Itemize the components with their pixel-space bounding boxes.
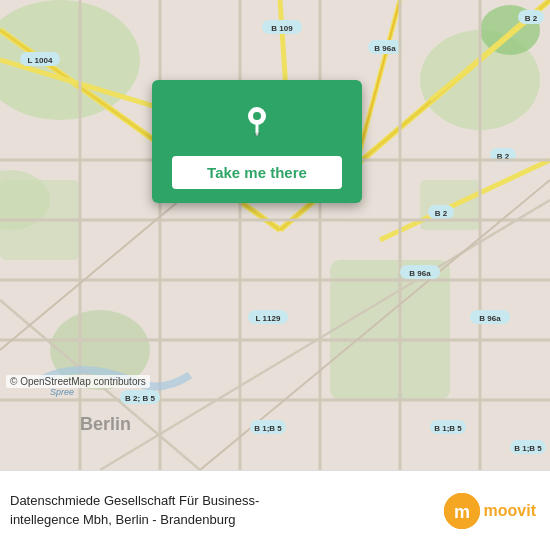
company-info: Datenschmiede Gesellschaft Für Business-…: [10, 492, 434, 528]
location-pin-icon: [235, 98, 279, 142]
map-svg: B 96a B 2 B 2 L 1004 B 109 B 2: [0, 0, 550, 470]
take-me-there-button[interactable]: Take me there: [172, 156, 342, 189]
svg-text:B 1;B 5: B 1;B 5: [514, 444, 542, 453]
location-card[interactable]: Take me there: [152, 80, 362, 203]
bottom-bar: Datenschmiede Gesellschaft Für Business-…: [0, 470, 550, 550]
svg-text:B 2: B 2: [435, 209, 448, 218]
svg-text:B 96a: B 96a: [479, 314, 501, 323]
svg-text:B 2: B 2: [525, 14, 538, 23]
svg-text:B 1;B 5: B 1;B 5: [254, 424, 282, 433]
svg-text:B 109: B 109: [271, 24, 293, 33]
map-container: B 96a B 2 B 2 L 1004 B 109 B 2: [0, 0, 550, 470]
svg-text:L 1129: L 1129: [256, 314, 281, 323]
svg-text:B 1;B 5: B 1;B 5: [434, 424, 462, 433]
svg-text:B 96a: B 96a: [374, 44, 396, 53]
svg-text:B 2; B 5: B 2; B 5: [125, 394, 155, 403]
company-name: Datenschmiede Gesellschaft Für Business-…: [10, 492, 434, 528]
svg-point-65: [254, 133, 260, 136]
moovit-logo-icon: m: [444, 493, 480, 529]
moovit-text: moovit: [484, 502, 536, 520]
svg-text:L 1004: L 1004: [28, 56, 53, 65]
svg-text:m: m: [454, 502, 470, 522]
svg-text:B 96a: B 96a: [409, 269, 431, 278]
map-attribution: © OpenStreetMap contributors: [6, 375, 150, 388]
moovit-logo: m moovit: [444, 493, 536, 529]
svg-point-64: [253, 112, 261, 120]
svg-text:Spree: Spree: [50, 387, 74, 397]
svg-text:Berlin: Berlin: [80, 414, 131, 434]
